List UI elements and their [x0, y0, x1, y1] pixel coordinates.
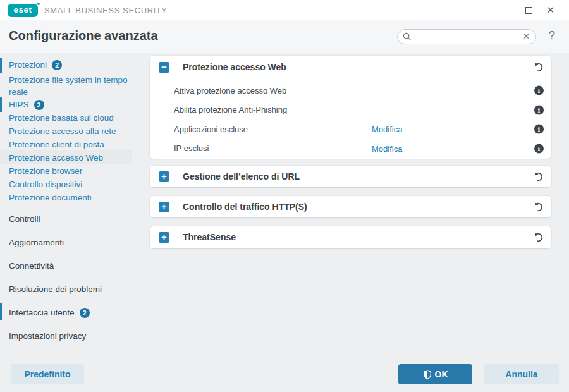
section-header[interactable]: + Controllo del traffico HTTP(S) [150, 196, 551, 217]
info-icon[interactable]: i [534, 86, 544, 95]
section-gestione-elenco-url: + Gestione dell’elenco di URL [150, 166, 551, 187]
expand-icon[interactable]: + [159, 171, 169, 182]
sidebar-item-aggiornamenti[interactable]: Aggiornamenti [0, 236, 142, 249]
sidebar-item-controllo-dispositivi[interactable]: Controllo dispositivi [0, 178, 142, 191]
search-box: ✕ [397, 29, 536, 44]
modifica-link-applicazioni[interactable]: Modifica [372, 125, 402, 134]
section-rows: Attiva protezione accesso Web i Abilita … [150, 78, 551, 162]
search-clear-icon[interactable]: ✕ [523, 32, 530, 41]
sidebar-item-impostazioni-privacy[interactable]: Impostazioni privacy [0, 329, 142, 343]
sidebar-item-label: Aggiornamenti [9, 236, 64, 249]
expand-icon[interactable]: + [159, 232, 169, 243]
section-title: Gestione dell’elenco di URL [183, 171, 300, 181]
sidebar-item-label: Risoluzione dei problemi [9, 283, 102, 296]
sidebar-item-label: Interfaccia utente [9, 306, 75, 319]
info-icon[interactable]: i [534, 105, 544, 114]
reset-icon[interactable] [532, 171, 544, 182]
sidebar-item-risoluzione-problemi[interactable]: Risoluzione dei problemi [0, 283, 142, 296]
modifica-link-ip[interactable]: Modifica [372, 144, 402, 154]
section-controllo-traffico-http: + Controllo del traffico HTTP(S) [150, 196, 551, 217]
toggle-knob [362, 92, 370, 101]
default-button[interactable]: Predefinito [11, 364, 84, 384]
toggle-knob [362, 111, 370, 120]
setting-row: Applicazioni escluse Modifica i [174, 119, 551, 139]
sidebar-item-label: Protezione basata sul cloud [9, 111, 114, 125]
sidebar-item-protezione-browser[interactable]: Protezione browser [0, 164, 142, 178]
maximize-button[interactable] [525, 7, 532, 14]
sidebar-item-label: Controlli [9, 212, 40, 226]
setting-row: Attiva protezione accesso Web i [174, 81, 551, 101]
product-name: SMALL BUSINESS SECURITY [44, 6, 168, 15]
section-protezione-accesso-web: − Protezione accesso Web Attiva protezio… [150, 56, 551, 159]
title-bar: eset SMALL BUSINESS SECURITY ✕ [0, 0, 569, 20]
setting-label: Applicazioni escluse [174, 125, 248, 134]
sidebar-item-controlli[interactable]: Controlli [0, 212, 142, 226]
setting-label: Attiva protezione accesso Web [174, 86, 286, 95]
sidebar-item-label: Protezione accesso Web [9, 151, 103, 164]
sidebar-item-label: Protezione browser [9, 164, 82, 178]
section-title: Protezione accesso Web [183, 62, 286, 72]
section-header[interactable]: + ThreatSense [150, 226, 551, 248]
notification-badge: 2 [80, 308, 90, 318]
sidebar-item-label: Protezione documenti [9, 191, 92, 204]
sidebar-item-label: Protezione accesso alla rete [9, 125, 116, 138]
page-header: Configurazione avanzata ✕ ? [0, 20, 569, 53]
collapse-icon[interactable]: − [159, 62, 169, 73]
page-title: Configurazione avanzata [9, 28, 158, 43]
sidebar-item-protezione-posta[interactable]: Protezione client di posta [0, 138, 142, 151]
sidebar-item-protezioni[interactable]: Protezioni 2 [0, 58, 142, 71]
sidebar-item-protezione-accesso-web[interactable]: Protezione accesso Web [0, 150, 132, 164]
section-title: ThreatSense [183, 232, 236, 242]
reset-icon[interactable] [532, 201, 544, 212]
sidebar-item-protezione-cloud[interactable]: Protezione basata sul cloud [0, 111, 142, 125]
setting-label: Abilita protezione Anti-Phishing [174, 105, 287, 114]
section-threatsense: + ThreatSense [150, 226, 551, 248]
sidebar-item-protezione-rete[interactable]: Protezione accesso alla rete [0, 125, 142, 138]
close-button[interactable]: ✕ [546, 6, 554, 15]
sidebar-item-connettivita[interactable]: Connettività [0, 259, 142, 273]
sidebar-item-hips[interactable]: HIPS 2 [0, 98, 142, 111]
sidebar-item-interfaccia-utente[interactable]: Interfaccia utente 2 [0, 306, 142, 319]
sidebar-item-label: Controllo dispositivi [9, 178, 82, 191]
setting-row: Abilita protezione Anti-Phishing i [174, 101, 551, 120]
notification-badge: 2 [52, 60, 62, 70]
sidebar-item-label: HIPS [9, 98, 29, 111]
help-icon[interactable]: ? [548, 28, 555, 42]
notification-badge: 2 [34, 100, 44, 110]
section-title: Controllo del traffico HTTP(S) [183, 202, 307, 212]
sidebar-item-protezione-file-system[interactable]: Protezione file system in tempo reale [0, 74, 130, 98]
section-header[interactable]: − Protezione accesso Web [150, 56, 551, 78]
eset-logo-icon: eset [8, 4, 38, 17]
admin-shield-icon [423, 370, 432, 379]
search-icon [403, 32, 412, 44]
setting-label: IP esclusi [174, 144, 209, 153]
info-icon[interactable]: i [534, 144, 544, 153]
sidebar-item-label: Connettività [9, 259, 54, 273]
sidebar-item-label: Impostazioni privacy [9, 329, 86, 343]
info-icon[interactable]: i [534, 125, 544, 134]
sidebar-item-label: Protezione file system in tempo reale [9, 75, 128, 97]
app-window: eset SMALL BUSINESS SECURITY ✕ Configura… [0, 0, 569, 392]
setting-row: IP esclusi Modifica i [174, 139, 551, 159]
cancel-button[interactable]: Annulla [484, 364, 559, 384]
sidebar-item-label: Protezioni [9, 58, 47, 71]
reset-icon[interactable] [532, 61, 544, 73]
reset-icon[interactable] [532, 231, 544, 243]
sidebar-item-protezione-documenti[interactable]: Protezione documenti [0, 191, 142, 204]
search-input[interactable] [415, 30, 517, 43]
section-header[interactable]: + Gestione dell’elenco di URL [150, 166, 551, 187]
ok-button-label: OK [435, 369, 448, 379]
sidebar-item-label: Protezione client di posta [9, 138, 104, 151]
ok-button[interactable]: OK [398, 364, 472, 384]
expand-icon[interactable]: + [159, 202, 169, 212]
sidebar: Protezioni 2 Protezione file system in t… [0, 53, 150, 392]
